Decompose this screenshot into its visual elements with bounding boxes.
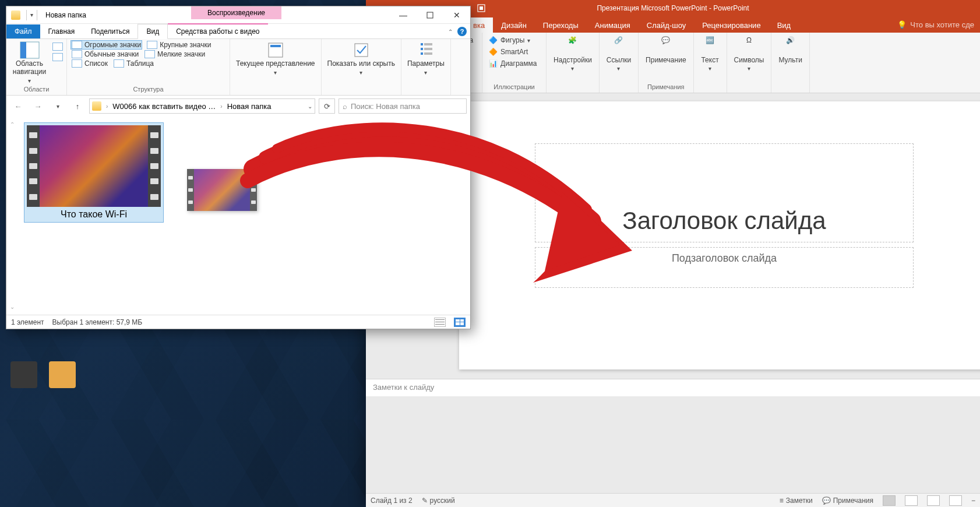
ppt-title-text: Презентация Microsoft PowerPoint - Power… bbox=[597, 4, 749, 12]
svg-rect-12 bbox=[421, 52, 423, 55]
drag-preview bbox=[187, 169, 257, 211]
context-tab-playback[interactable]: Воспроизведение bbox=[191, 6, 281, 19]
text-button[interactable]: 🔤Текст▾ bbox=[699, 35, 722, 73]
slideshow-view-button[interactable] bbox=[949, 495, 962, 506]
layout-large-icons[interactable]: Крупные значки bbox=[146, 40, 212, 50]
selection-info: Выбран 1 элемент: 57,9 МБ bbox=[52, 318, 143, 326]
search-icon: ⌕ bbox=[343, 102, 347, 111]
sorter-view-button[interactable] bbox=[905, 495, 918, 506]
svg-rect-13 bbox=[424, 52, 432, 55]
layout-list[interactable]: Список bbox=[70, 59, 109, 68]
svg-rect-1 bbox=[480, 6, 483, 10]
ppt-statusbar: Слайд 1 из 2 ✎русский ≡ Заметки 💬 Примеч… bbox=[366, 493, 980, 507]
tab-slideshow[interactable]: Слайд-шоу bbox=[639, 17, 694, 33]
notes-pane[interactable]: Заметки к слайду bbox=[366, 379, 980, 396]
title-placeholder[interactable]: Заголовок слайда bbox=[535, 143, 914, 242]
tab-animation[interactable]: Анимация bbox=[587, 17, 639, 33]
tour-icon[interactable] bbox=[477, 3, 486, 13]
back-button[interactable]: ← bbox=[10, 99, 26, 113]
quick-access-toolbar bbox=[477, 3, 486, 13]
layout-huge-icons[interactable]: Огромные значки bbox=[70, 40, 142, 50]
notes-toggle[interactable]: ≡ Заметки bbox=[780, 497, 813, 505]
tab-share[interactable]: Поделиться bbox=[83, 24, 138, 38]
tab-video-tools[interactable]: Средства работы с видео bbox=[168, 23, 267, 38]
comment-button[interactable]: 💬Примечание bbox=[643, 35, 688, 65]
maximize-button[interactable] bbox=[417, 6, 443, 23]
tab-home[interactable]: Главная bbox=[40, 24, 83, 38]
slide-canvas[interactable]: Заголовок слайда Подзаголовок слайда bbox=[459, 101, 980, 369]
subtitle-placeholder[interactable]: Подзаголовок слайда bbox=[535, 247, 914, 288]
up-button[interactable]: ↑ bbox=[69, 99, 86, 113]
options-button[interactable]: Параметры▾ bbox=[405, 40, 447, 77]
close-button[interactable]: ✕ bbox=[443, 6, 470, 23]
tab-design[interactable]: Дизайн bbox=[493, 17, 535, 33]
file-item-video[interactable]: Что такое Wi-Fi bbox=[24, 122, 164, 223]
layout-small-icons[interactable]: Мелкие значки bbox=[143, 50, 206, 59]
tab-file[interactable]: Файл bbox=[6, 24, 40, 38]
ribbon-collapse-icon[interactable]: ⌃ bbox=[448, 29, 453, 35]
group-label: Области bbox=[10, 86, 63, 94]
spellcheck-icon: ✎ bbox=[422, 497, 428, 505]
help-icon[interactable]: ? bbox=[457, 27, 467, 36]
chevron-right-icon[interactable]: › bbox=[219, 103, 223, 110]
qat-dropdown-icon[interactable]: ▾ bbox=[30, 12, 33, 18]
desktop-shortcut[interactable] bbox=[10, 361, 37, 388]
address-dropdown-icon[interactable]: ⌄ bbox=[308, 103, 312, 110]
chevron-down-icon: ▾ bbox=[359, 69, 362, 76]
zoom-minus[interactable]: − bbox=[971, 497, 975, 505]
navigation-pane-button[interactable]: Область навигации▾ bbox=[10, 40, 49, 85]
svg-rect-8 bbox=[421, 43, 423, 45]
addins-button[interactable]: 🧩Надстройки▾ bbox=[551, 35, 594, 73]
preview-pane-button[interactable] bbox=[52, 43, 63, 51]
tab-transitions[interactable]: Переходы bbox=[535, 17, 587, 33]
svg-rect-6 bbox=[270, 45, 281, 47]
refresh-button[interactable]: ⟳ bbox=[319, 98, 335, 114]
options-icon bbox=[417, 41, 435, 59]
tab-view[interactable]: Вид bbox=[138, 24, 168, 39]
show-hide-button[interactable]: Показать или скрыть▾ bbox=[325, 40, 397, 77]
tab-review[interactable]: Рецензирование bbox=[694, 17, 769, 33]
svg-rect-11 bbox=[424, 48, 432, 50]
reading-view-button[interactable] bbox=[927, 495, 940, 506]
nav-tree-scroll[interactable]: ⌃⌄ bbox=[6, 117, 18, 315]
speaker-icon: 🔊 bbox=[781, 36, 800, 55]
current-view-button[interactable]: Текущее представление▾ bbox=[234, 40, 318, 77]
layout-medium-icons[interactable]: Обычные значки bbox=[70, 50, 140, 59]
shapes-button[interactable]: 🔷Фигуры ▾ bbox=[487, 35, 538, 45]
normal-view-button[interactable] bbox=[883, 495, 896, 506]
slide-counter[interactable]: Слайд 1 из 2 bbox=[371, 497, 413, 505]
address-bar[interactable]: › W0066 как вставить видео … › Новая пап… bbox=[89, 98, 315, 114]
minimize-button[interactable]: — bbox=[390, 6, 417, 23]
details-layout-button[interactable] bbox=[434, 318, 446, 327]
symbols-button[interactable]: ΩСимволы▾ bbox=[732, 35, 767, 73]
omega-icon: Ω bbox=[740, 36, 759, 55]
comments-toggle[interactable]: 💬 Примечания bbox=[822, 497, 873, 505]
icons-layout-button[interactable] bbox=[454, 318, 466, 327]
chevron-down-icon: ▾ bbox=[57, 103, 59, 110]
desktop-shortcut[interactable] bbox=[49, 361, 76, 388]
chart-button[interactable]: 📊Диаграмма bbox=[487, 58, 538, 69]
layout-table[interactable]: Таблица bbox=[112, 59, 155, 68]
breadcrumb-part[interactable]: W0066 как вставить видео … bbox=[112, 102, 216, 111]
breadcrumb-part[interactable]: Новая папка bbox=[227, 102, 272, 111]
subtitle-placeholder-text: Подзаголовок слайда bbox=[672, 252, 777, 265]
search-input[interactable]: ⌕ Поиск: Новая папка bbox=[339, 98, 467, 114]
media-button[interactable]: 🔊Мульти bbox=[776, 35, 804, 65]
smartart-button[interactable]: 🔶SmartArt bbox=[487, 47, 538, 57]
file-list[interactable]: Что такое Wi-Fi bbox=[18, 117, 470, 315]
language-indicator[interactable]: ✎русский bbox=[422, 497, 455, 505]
details-pane-button[interactable] bbox=[52, 53, 63, 61]
chevron-down-icon: ⌄ bbox=[10, 304, 15, 310]
tell-me-search[interactable]: 💡 Что вы хотите сде bbox=[891, 17, 980, 33]
recent-dropdown[interactable]: ▾ bbox=[50, 99, 66, 113]
chart-icon: 📊 bbox=[488, 59, 498, 68]
tab-view[interactable]: Вид bbox=[769, 17, 799, 33]
shapes-icon: 🔷 bbox=[488, 36, 498, 45]
forward-button[interactable]: → bbox=[30, 99, 46, 113]
title-placeholder-text: Заголовок слайда bbox=[622, 207, 826, 235]
nav-pane-icon bbox=[20, 41, 40, 59]
explorer-titlebar[interactable]: ▾ Новая папка Воспроизведение — ✕ bbox=[6, 6, 470, 24]
chevron-right-icon[interactable]: › bbox=[105, 103, 109, 110]
item-count: 1 элемент bbox=[11, 318, 44, 326]
links-button[interactable]: 🔗Ссылки▾ bbox=[604, 35, 633, 73]
